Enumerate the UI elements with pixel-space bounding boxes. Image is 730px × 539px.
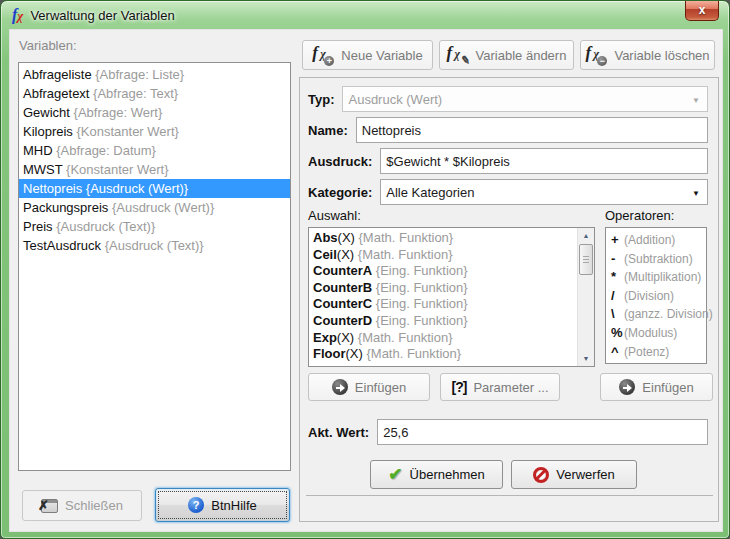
schliessen-label: Schließen	[65, 498, 123, 513]
variable-item[interactable]: MWST {Konstanter Wert}	[19, 160, 290, 179]
scroll-up-icon[interactable]: ▲	[578, 228, 594, 243]
new-variable-label: Neue Variable	[341, 48, 422, 63]
auswahl-item[interactable]: CounterC {Eing. Funktion}	[313, 296, 577, 313]
check-icon: ✔	[388, 464, 402, 485]
operatoren-label: Operatoren:	[605, 208, 674, 223]
help-label: BtnHilfe	[211, 498, 257, 513]
akt-wert-label: Akt. Wert:	[308, 425, 369, 440]
chevron-down-icon: ▼	[692, 189, 700, 198]
operator-item[interactable]: -(Subtraktion)	[611, 250, 706, 269]
scrollbar-thumb[interactable]	[579, 244, 593, 275]
operator-item[interactable]: *(Multiplikation)	[611, 268, 706, 287]
variable-item[interactable]: Packungspreis {Ausdruck (Wert)}	[19, 198, 290, 217]
ausdruck-input[interactable]	[380, 148, 708, 174]
name-input[interactable]	[356, 117, 708, 143]
variable-item[interactable]: Gewicht {Abfrage: Wert}	[19, 103, 290, 122]
uebernehmen-button[interactable]: ✔ Übernehmen	[370, 460, 503, 489]
title-bar[interactable]: fχ Verwaltung der Variablen x	[1, 1, 729, 29]
fx-minus-icon: fχ−	[585, 46, 607, 64]
variable-item[interactable]: MHD {Abfrage: Datum}	[19, 141, 290, 160]
akt-wert-input[interactable]	[377, 419, 708, 445]
window-close-icon: ✗	[41, 499, 58, 513]
einfuegen-left-button[interactable]: Einfügen	[308, 373, 430, 401]
einfuegen-right-label: Einfügen	[642, 380, 693, 395]
operator-item[interactable]: +(Addition)	[611, 231, 706, 250]
auswahl-item[interactable]: Ceil(X) {Math. Funktion}	[313, 247, 577, 264]
insert-arrow-icon	[619, 379, 635, 395]
variable-item[interactable]: Kilopreis {Konstanter Wert}	[19, 122, 290, 141]
kategorie-combobox[interactable]: Alle Kategorien ▼	[380, 179, 708, 205]
delete-variable-button[interactable]: fχ− Variable löschen	[580, 40, 715, 70]
variable-item[interactable]: TestAusdruck {Ausdruck (Text)}	[19, 236, 290, 255]
typ-combobox: Ausdruck (Wert) ▼	[342, 86, 708, 112]
scroll-down-icon[interactable]: ▼	[578, 351, 594, 366]
uebernehmen-label: Übernehmen	[410, 467, 485, 482]
auswahl-scrollbar[interactable]: ▲ ▼	[577, 228, 594, 366]
ausdruck-label: Ausdruck:	[308, 154, 372, 169]
help-icon: ?	[188, 497, 204, 513]
operatoren-listbox[interactable]: +(Addition)-(Subtraktion)*(Multiplikatio…	[605, 227, 707, 364]
kategorie-label: Kategorie:	[308, 185, 372, 200]
kategorie-value: Alle Kategorien	[386, 185, 474, 200]
variable-editor-panel: Typ: Ausdruck (Wert) ▼ Name: Ausdruck: K…	[299, 77, 719, 522]
verwerfen-label: Verwerfen	[556, 467, 615, 482]
auswahl-item[interactable]: CounterA {Eing. Funktion}	[313, 263, 577, 280]
operator-item[interactable]: ^(Potenz)	[611, 343, 706, 362]
typ-value: Ausdruck (Wert)	[348, 92, 442, 107]
operator-item[interactable]: /(Division)	[611, 287, 706, 306]
auswahl-item[interactable]: CounterB {Eing. Funktion}	[313, 280, 577, 297]
parameter-button[interactable]: [?] Parameter ...	[440, 373, 560, 401]
auswahl-item[interactable]: CounterD {Eing. Funktion}	[313, 313, 577, 330]
name-label: Name:	[308, 123, 348, 138]
auswahl-item[interactable]: Exp(X) {Math. Funktion}	[313, 330, 577, 347]
operator-item[interactable]: \(ganzz. Division)	[611, 305, 706, 324]
auswahl-item[interactable]: Abs(X) {Math. Funktion}	[313, 230, 577, 247]
variable-item[interactable]: Abfragetext {Abfrage: Text}	[19, 84, 290, 103]
auswahl-label: Auswahl:	[308, 208, 361, 223]
operator-item[interactable]: %(Modulus)	[611, 324, 706, 343]
fx-pencil-icon: fχ✎	[447, 46, 469, 64]
auswahl-listbox[interactable]: Abs(X) {Math. Funktion}Ceil(X) {Math. Fu…	[308, 227, 595, 367]
new-variable-button[interactable]: fχ+ Neue Variable	[302, 40, 433, 70]
auswahl-items: Abs(X) {Math. Funktion}Ceil(X) {Math. Fu…	[309, 228, 577, 366]
close-window-button[interactable]: x	[685, 1, 719, 21]
variables-list[interactable]: Abfrageliste {Abfrage: Liste}Abfragetext…	[18, 62, 291, 471]
variable-item[interactable]: Preis {Ausdruck (Text)}	[19, 217, 290, 236]
parameter-label: Parameter ...	[473, 380, 548, 395]
variable-item[interactable]: Nettopreis {Ausdruck (Wert)}	[19, 179, 290, 198]
auswahl-item[interactable]: Floor(X) {Math. Funktion}	[313, 346, 577, 363]
chevron-down-icon: ▼	[692, 96, 700, 105]
verwerfen-button[interactable]: Verwerfen	[511, 460, 637, 489]
dialog-window: fχ Verwaltung der Variablen x Variablen:…	[0, 0, 730, 539]
edit-variable-label: Variable ändern	[476, 48, 567, 63]
typ-label: Typ:	[308, 92, 334, 107]
delete-variable-label: Variable löschen	[614, 48, 709, 63]
fx-plus-icon: fχ+	[312, 46, 334, 64]
insert-arrow-icon	[332, 379, 348, 395]
parameter-icon: [?]	[451, 379, 466, 395]
auswahl-item[interactable]: Frac(X) {Math. Funktion}	[313, 363, 577, 366]
panel-separator	[306, 495, 713, 496]
schliessen-button[interactable]: ✗ Schließen	[22, 490, 142, 521]
window-title: Verwaltung der Variablen	[30, 8, 174, 23]
edit-variable-button[interactable]: fχ✎ Variable ändern	[439, 40, 574, 70]
variable-item[interactable]: Abfrageliste {Abfrage: Liste}	[19, 65, 290, 84]
close-icon: x	[699, 3, 706, 17]
app-fx-icon: fχ	[12, 7, 23, 23]
dialog-body: Variablen: Abfrageliste {Abfrage: Liste}…	[9, 29, 723, 532]
cancel-block-icon	[533, 467, 549, 483]
variables-label: Variablen:	[19, 38, 77, 53]
einfuegen-left-label: Einfügen	[355, 380, 406, 395]
help-button[interactable]: ? BtnHilfe	[155, 488, 290, 522]
einfuegen-right-button[interactable]: Einfügen	[600, 373, 713, 401]
